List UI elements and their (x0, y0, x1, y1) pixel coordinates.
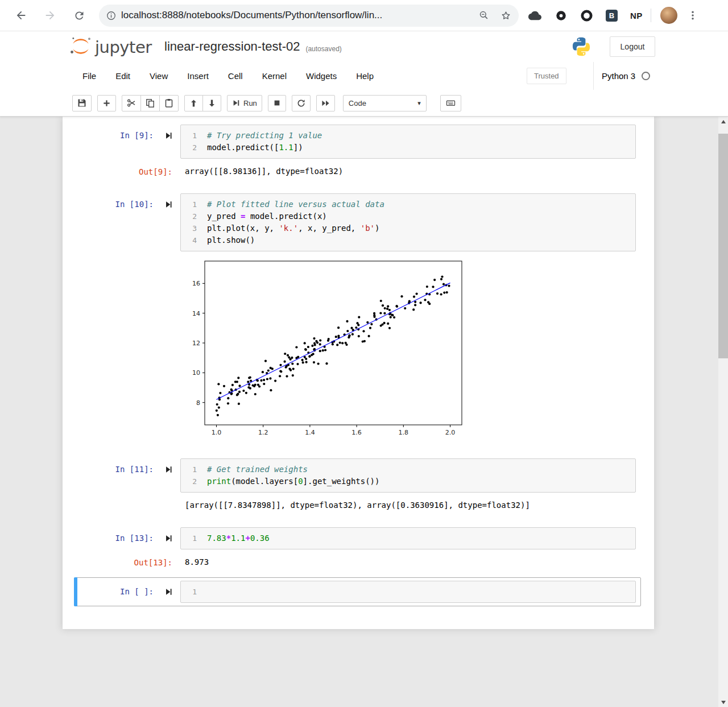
scrollbar-thumb[interactable] (718, 134, 728, 358)
move-cell-up-button[interactable] (184, 95, 203, 111)
menu-widgets[interactable]: Widgets (296, 71, 346, 81)
extension-cloud-icon[interactable] (528, 9, 542, 23)
matplotlib-figure: 1.01.21.41.61.82.0810121416 (180, 256, 471, 444)
add-cell-button[interactable] (97, 95, 116, 111)
address-bar[interactable]: localhost:8888/notebooks/Documents/Pytho… (99, 5, 519, 27)
code-token: ) (375, 224, 379, 233)
code-token: model.predict(x) (245, 212, 326, 221)
notebook-container: In [9]: 1# Try predicting 1 value 2model… (63, 117, 654, 629)
menu-file[interactable]: File (73, 71, 106, 81)
restart-kernel-button[interactable] (292, 95, 311, 111)
reload-icon (73, 10, 85, 22)
jupyter-planet-icon (69, 36, 92, 57)
line-number: 1 (181, 464, 200, 476)
menu-edit[interactable]: Edit (106, 71, 140, 81)
stop-icon (273, 99, 281, 107)
extension-b-icon[interactable]: B (606, 10, 618, 22)
copy-icon (146, 98, 155, 108)
svg-text:1.4: 1.4 (305, 429, 315, 436)
code-cell[interactable]: In [10]: 1# Plot fitted line versus actu… (74, 190, 641, 447)
menu-kernel[interactable]: Kernel (253, 71, 296, 81)
code-editor[interactable]: 1# Get trained weights 2print(model.laye… (180, 458, 636, 493)
svg-text:1.0: 1.0 (212, 429, 222, 436)
back-button[interactable] (14, 8, 28, 23)
scrollbar[interactable] (718, 117, 728, 707)
code-editor[interactable]: 1 (180, 581, 636, 603)
reload-button[interactable] (72, 8, 86, 23)
input-prompt: In [11]: (115, 464, 154, 476)
python-logo-icon (570, 36, 592, 57)
notebook-toolbar: Run Code ▾ (0, 90, 728, 117)
code-token: (model.layers[ (231, 477, 298, 486)
code-token: 0 (298, 477, 303, 486)
extension-ring-icon[interactable] (580, 9, 593, 22)
forward-button[interactable] (43, 8, 57, 23)
command-palette-button[interactable] (440, 95, 461, 111)
scroll-down-button[interactable] (718, 697, 728, 707)
extension-np-icon[interactable]: NP (630, 11, 643, 20)
svg-text:14: 14 (192, 310, 200, 317)
browser-menu-button[interactable] (685, 8, 700, 23)
code-cell-selected[interactable]: In [ ]: 1 (74, 577, 641, 606)
fast-forward-icon (321, 99, 330, 108)
bookmark-star-icon[interactable] (500, 10, 512, 22)
svg-text:10: 10 (192, 369, 200, 377)
run-label: Run (243, 99, 257, 108)
run-cell-icon[interactable] (165, 465, 172, 476)
svg-text:12: 12 (192, 340, 200, 347)
paste-cell-button[interactable] (159, 95, 179, 111)
code-cell[interactable]: In [13]: 17.83*1.1+0.36 Out[13]: 8.973 (74, 524, 641, 573)
code-editor[interactable]: 1# Try predicting 1 value 2model.predict… (180, 125, 636, 159)
jupyter-logo[interactable]: jupyter (69, 36, 152, 57)
code-token: plt.plot(x, y, (207, 224, 279, 233)
code-token: * (226, 534, 231, 543)
scroll-up-button[interactable] (718, 117, 728, 126)
notebook-title[interactable]: linear-regression-test-02 (164, 39, 300, 54)
page-info-icon[interactable] (106, 10, 117, 21)
run-button[interactable]: Run (227, 95, 262, 111)
input-prompt: In [9]: (120, 130, 154, 142)
code-editor[interactable]: 17.83*1.1+0.36 (180, 527, 636, 549)
code-token: 7.83 (207, 534, 226, 543)
code-cell[interactable]: In [9]: 1# Try predicting 1 value 2model… (74, 121, 641, 182)
menu-insert[interactable]: Insert (177, 71, 218, 81)
restart-icon (297, 99, 305, 108)
copy-cell-button[interactable] (140, 95, 160, 111)
svg-text:8: 8 (196, 399, 200, 407)
save-button[interactable] (72, 95, 92, 111)
zoom-icon[interactable] (478, 10, 490, 21)
run-cell-icon[interactable] (165, 131, 172, 142)
code-editor[interactable]: 1# Plot fitted line versus actual data 2… (180, 193, 636, 251)
code-token: ]) (293, 143, 303, 152)
profile-avatar[interactable] (660, 7, 677, 24)
menu-cell[interactable]: Cell (218, 71, 253, 81)
cell-type-dropdown[interactable]: Code ▾ (343, 95, 427, 111)
scroll-up-icon (721, 120, 726, 123)
menu-view[interactable]: View (140, 71, 177, 81)
logout-button[interactable]: Logout (610, 36, 655, 57)
jupyter-header: jupyter linear-regression-test-02 (autos… (0, 31, 728, 62)
arrow-down-icon (208, 99, 216, 108)
line-number: 1 (181, 532, 200, 544)
restart-run-all-button[interactable] (316, 95, 335, 111)
toolbar-divider (651, 9, 651, 22)
code-token: # Plot fitted line versus actual data (207, 200, 384, 209)
code-token: , x, y_pred, (298, 224, 361, 233)
url-text[interactable]: localhost:8888/notebooks/Documents/Pytho… (121, 10, 478, 21)
run-cell-icon[interactable] (165, 588, 172, 598)
run-cell-icon[interactable] (165, 200, 172, 210)
code-token: print (207, 477, 231, 486)
code-token: # Try predicting 1 value (207, 131, 322, 140)
run-cell-icon[interactable] (165, 534, 172, 544)
interrupt-kernel-button[interactable] (268, 95, 286, 111)
menu-help[interactable]: Help (346, 71, 383, 81)
code-cell[interactable]: In [11]: 1# Get trained weights 2print(m… (74, 455, 641, 516)
code-token: + (245, 534, 250, 543)
code-token: plt.show() (207, 235, 255, 245)
cut-cell-button[interactable] (122, 95, 141, 111)
forward-arrow-icon (44, 9, 56, 22)
chevron-down-icon: ▾ (417, 100, 421, 107)
line-number: 2 (181, 476, 200, 487)
move-cell-down-button[interactable] (202, 95, 221, 111)
extension-donut-icon[interactable] (555, 9, 568, 22)
